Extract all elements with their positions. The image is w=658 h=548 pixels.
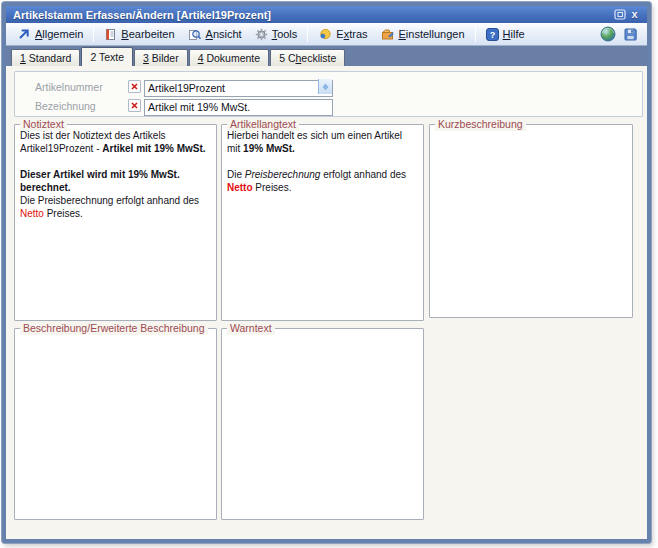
settings-folder-icon	[381, 28, 395, 41]
menu-item-tools[interactable]: Tools	[249, 26, 304, 43]
tab-standard[interactable]: 1 Standard	[11, 49, 80, 66]
tab-dokumente[interactable]: 4 Dokumente	[189, 49, 269, 66]
bezeichnung-row: Bezeichnung	[15, 97, 642, 114]
artikellangtext-editor[interactable]: Hierbei handelt es sich um einen Artikel…	[225, 128, 420, 317]
menubar-separator	[475, 26, 476, 42]
tab-texte[interactable]: 2 Texte	[81, 47, 133, 66]
svg-text:?: ?	[489, 29, 495, 39]
bezeichnung-label: Bezeichnung	[35, 100, 135, 112]
menu-label: Allgemein	[35, 28, 83, 40]
group-artikellangtext: Artikellangtext Hierbei handelt es sich …	[221, 124, 424, 321]
group-kurzbeschreibung: Kurzbeschreibung	[429, 124, 633, 318]
save-icon	[623, 27, 638, 42]
artikelnummer-label: Artikelnummer	[35, 81, 135, 93]
clear-artikelnummer-button[interactable]	[128, 80, 141, 93]
article-header-panel: Artikelnummer Bezeichnung	[14, 71, 643, 117]
diamond-spinner-icon	[322, 83, 329, 91]
magnifier-document-icon	[188, 28, 202, 41]
close-icon: x	[631, 9, 637, 20]
group-beschreibung: Beschreibung/Erweiterte Beschreibung	[14, 328, 217, 520]
tab-checkliste[interactable]: 5 Checkliste	[270, 49, 345, 66]
menu-item-einstellungen[interactable]: Einstellungen	[375, 26, 471, 43]
menu-item-hilfe[interactable]: ? Hilfe	[480, 26, 531, 43]
clear-bezeichnung-button[interactable]	[128, 99, 141, 112]
gear-icon	[255, 28, 268, 41]
red-x-icon	[131, 83, 138, 90]
menu-label: Bearbeiten	[121, 28, 174, 40]
kurzbeschreibung-editor[interactable]	[433, 128, 629, 314]
beschreibung-editor[interactable]	[18, 332, 213, 516]
artikelnummer-row: Artikelnummer	[15, 78, 642, 95]
group-notiztext: Notiztext Dies ist der Notiztext des Art…	[14, 124, 217, 321]
menubar-separator	[307, 26, 308, 42]
help-icon: ?	[486, 28, 499, 41]
menu-label: Extras	[336, 28, 367, 40]
save-button[interactable]	[623, 27, 638, 42]
menu-label: Tools	[272, 28, 298, 40]
close-button[interactable]: x	[627, 8, 642, 22]
artikelnummer-spinner[interactable]	[318, 79, 332, 94]
menubar-separator	[93, 26, 94, 42]
menu-label: Einstellungen	[399, 28, 465, 40]
artikelnummer-input[interactable]	[144, 80, 333, 97]
menu-item-allgemein[interactable]: Allgemein	[12, 26, 89, 42]
warntext-editor[interactable]	[225, 332, 420, 516]
notiztext-editor[interactable]: Dies ist der Notiztext des Artikels Arti…	[18, 128, 213, 317]
menu-label: Hilfe	[503, 28, 525, 40]
window-title: Artikelstamm Erfassen/Ändern [Artikel19P…	[13, 9, 271, 21]
notebook-edit-icon	[104, 28, 117, 41]
bezeichnung-input[interactable]	[144, 99, 333, 116]
arrow-northeast-icon	[18, 28, 31, 40]
restore-window-button[interactable]	[612, 8, 627, 22]
menu-item-extras[interactable]: Extras	[312, 26, 373, 43]
tab-strip: 1 Standard 2 Texte 3 Bilder 4 Dokumente …	[6, 46, 647, 66]
menu-label: Ansicht	[206, 28, 242, 40]
menu-item-bearbeiten[interactable]: Bearbeiten	[98, 26, 180, 43]
menu-item-ansicht[interactable]: Ansicht	[182, 26, 248, 43]
menubar: Allgemein Bearbeiten Ansicht Tools	[6, 23, 647, 46]
app-window: Artikelstamm Erfassen/Ändern [Artikel19P…	[2, 2, 651, 543]
globe-icon	[600, 26, 616, 42]
globe-button[interactable]	[600, 26, 616, 42]
tab-content-texte: Artikelnummer Bezeichnung	[6, 66, 647, 539]
group-warntext: Warntext	[221, 328, 424, 520]
red-x-icon	[131, 102, 138, 109]
tab-bilder[interactable]: 3 Bilder	[134, 49, 188, 66]
restore-window-icon	[614, 9, 626, 20]
titlebar: Artikelstamm Erfassen/Ändern [Artikel19P…	[6, 6, 647, 23]
bulb-icon	[318, 28, 332, 41]
